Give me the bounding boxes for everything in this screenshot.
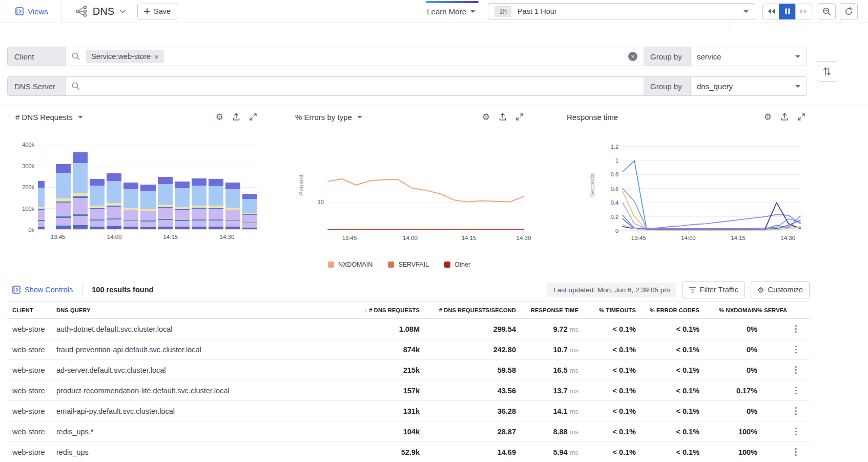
chart-bar-segment — [242, 228, 257, 229]
dns-requests-chart[interactable]: 0k100k200k300k400k13:4514:0014:1514:30 — [7, 129, 261, 260]
table-row[interactable]: web-storeproduct-recommendation-lite.def… — [7, 380, 810, 401]
legend-item-other[interactable]: Other — [444, 261, 470, 268]
chart-bar-segment — [192, 227, 206, 229]
errors-by-type-chart[interactable]: 10Percent13:4514:0014:1514:30 — [287, 129, 528, 260]
chart-bar-segment — [175, 229, 190, 230]
column-header[interactable]: % SERVFAIL — [757, 307, 787, 313]
chart-bar-segment — [242, 222, 257, 223]
table-row[interactable]: web-storeredis_ups.*104k28.878.88ms< 0.1… — [7, 421, 810, 442]
table-row[interactable]: web-storeemail-api-py.default.svc.cluste… — [7, 401, 810, 421]
chart-bar-segment — [73, 198, 88, 213]
column-header[interactable]: CLIENT — [12, 307, 56, 313]
group-by-select[interactable]: service — [691, 47, 807, 66]
response-time-unit: ms — [570, 367, 578, 374]
nxdomain-cell: 100% — [699, 428, 757, 436]
chart-bar-segment — [158, 219, 173, 220]
chart-bar-segment — [209, 179, 223, 186]
chart-bar-segment — [107, 219, 121, 225]
chart-title[interactable]: # DNS Requests — [15, 113, 73, 122]
views-button[interactable]: Views — [15, 7, 48, 16]
time-range-picker[interactable]: 1h Past 1 Hour — [488, 3, 755, 19]
chart-bar-segment — [175, 210, 190, 219]
learn-more-menu[interactable]: Learn More — [427, 7, 476, 16]
save-button[interactable]: Save — [137, 4, 177, 19]
chart-bar-segment — [242, 213, 257, 214]
response-time-cell: 8.88ms — [516, 428, 578, 436]
chart-bar-segment — [56, 218, 71, 225]
axis-tick-label: 0.8 — [611, 171, 618, 177]
legend-item-servfail[interactable]: SERVFAIL — [388, 261, 429, 268]
chart-bar-segment — [192, 219, 206, 220]
column-header[interactable]: # DNS REQUESTS/SECOND — [420, 307, 516, 313]
expand-icon[interactable] — [797, 113, 805, 121]
response-time-cell: 9.72ms — [516, 325, 578, 333]
client-cell: web-store — [12, 325, 56, 333]
chart-bar-segment — [73, 225, 88, 229]
column-header-label: # DNS REQUESTS/SECOND — [439, 307, 516, 313]
chart-bar-segment — [90, 209, 105, 219]
gear-icon[interactable]: ⚙ — [216, 113, 223, 122]
client-search-input[interactable]: Service:web-store × — [66, 47, 628, 66]
requests-cell: 874k — [322, 346, 420, 354]
response-time-chart[interactable]: 00.20.40.60.811.2Seconds13:4514:0014:151… — [559, 129, 810, 260]
chart-bar-segment — [158, 227, 173, 229]
column-header[interactable]: ↓ # DNS REQUESTS — [322, 307, 420, 313]
requests-per-second-cell: 59.58 — [420, 366, 516, 374]
gear-icon[interactable]: ⚙ — [482, 113, 490, 122]
refresh-button[interactable] — [840, 3, 858, 19]
chart-bar-segment — [242, 199, 257, 213]
column-header[interactable]: RESPONSE TIME — [516, 307, 578, 313]
chart-title[interactable]: % Errors by type — [295, 113, 352, 122]
column-header[interactable]: % ERROR CODES — [636, 307, 699, 313]
group-by-select[interactable]: dns_query — [691, 77, 807, 95]
error-codes-cell: < 0.1% — [636, 448, 699, 456]
customize-button[interactable]: ⚙ Customize — [751, 282, 810, 298]
export-icon[interactable] — [499, 113, 507, 121]
rewind-button[interactable] — [762, 4, 779, 19]
chart-bar-segment — [242, 214, 257, 215]
filter-traffic-button[interactable]: Filter Traffic — [682, 282, 745, 298]
chart-bar-segment — [73, 216, 88, 224]
legend-item-nxdomain[interactable]: NXDOMAIN — [328, 261, 373, 268]
axis-tick-label: 14:15 — [163, 234, 178, 240]
group-by-label: Group by — [644, 77, 691, 95]
token-remove-icon[interactable]: × — [154, 53, 159, 61]
axis-tick-label: 200k — [22, 184, 34, 190]
caret-down-icon — [78, 116, 83, 118]
fast-forward-button[interactable] — [795, 4, 812, 19]
gear-icon[interactable]: ⚙ — [764, 113, 772, 122]
column-header[interactable]: % NXDOMAIN — [699, 307, 757, 313]
clear-filter-button[interactable]: × — [628, 52, 637, 61]
chart-bar-segment — [123, 226, 138, 227]
nxdomain-cell: 0% — [699, 366, 757, 374]
chart-bar-segment — [38, 181, 45, 188]
legend-label: SERVFAIL — [398, 261, 429, 268]
chart-bar-segment — [225, 210, 240, 210]
chart-title[interactable]: Response time — [567, 113, 618, 122]
column-header-label: % TIMEOUTS — [599, 307, 636, 313]
export-icon[interactable] — [232, 113, 240, 121]
filter-token[interactable]: Service:web-store × — [86, 50, 164, 63]
dns-server-search-input[interactable] — [66, 77, 644, 95]
chart-bar-segment — [107, 226, 121, 229]
pause-button[interactable] — [779, 4, 796, 19]
requests-per-second-cell: 28.87 — [420, 428, 516, 436]
timeouts-cell: < 0.1% — [578, 407, 636, 415]
table-row[interactable]: web-storefraud-prevention-api.default.sv… — [7, 339, 810, 360]
chart-bar-segment — [73, 163, 88, 193]
swap-filters-button[interactable] — [817, 61, 837, 82]
expand-icon[interactable] — [249, 113, 257, 121]
export-icon[interactable] — [780, 113, 789, 121]
table-row[interactable]: web-storeauth-dotnet.default.svc.cluster… — [7, 319, 810, 339]
expand-icon[interactable] — [515, 113, 524, 121]
show-controls-button[interactable]: Show Controls — [12, 286, 73, 294]
page-title-group[interactable]: DNS — [75, 6, 126, 17]
chart-bar-segment — [140, 209, 155, 211]
zoom-out-button[interactable] — [818, 3, 836, 19]
table-row[interactable]: web-storeredis_ups52.9k14.695.94ms< 0.1%… — [7, 442, 810, 462]
response-time-unit: ms — [570, 346, 578, 354]
column-header[interactable]: % TIMEOUTS — [578, 307, 636, 313]
chart-bar-segment — [38, 220, 45, 221]
table-row[interactable]: web-storead-server.default.svc.cluster.l… — [7, 360, 810, 380]
column-header[interactable]: DNS QUERY — [56, 307, 322, 313]
